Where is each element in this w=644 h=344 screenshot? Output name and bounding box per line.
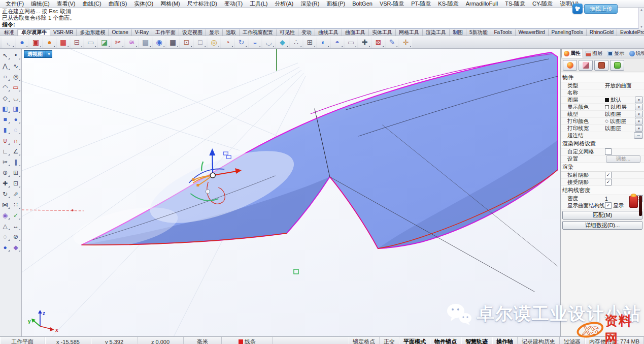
cage-edit-icon[interactable]: ◓ xyxy=(331,37,344,48)
osnap-toggle[interactable]: 物件锁点 xyxy=(430,337,461,344)
red-cage-icon[interactable]: ⊠ xyxy=(372,37,385,48)
menu-item-17[interactable]: ArmadilloFull xyxy=(462,1,502,7)
active-layer[interactable]: 线条 xyxy=(222,337,273,344)
command-area[interactable]: 正在建立网格... 按 Esc 取消 已从选取集合移除 1 个曲面。 指令: ▲… xyxy=(0,8,644,29)
menu-item-5[interactable]: 实体(O) xyxy=(130,1,157,7)
toolbox-icon[interactable]: ▣ xyxy=(29,37,42,48)
toolbar-tab-14[interactable]: 曲面工具 xyxy=(342,29,369,36)
arc-icon[interactable]: ◠ xyxy=(0,82,10,92)
viewport-canvas[interactable]: z x y xyxy=(22,49,560,336)
units[interactable]: 毫米 xyxy=(184,337,222,344)
fillet-icon[interactable]: ∟ xyxy=(0,146,10,157)
menu-item-11[interactable]: 渲染(R) xyxy=(297,1,323,7)
toolbar-tab-3[interactable]: 多边形建模 xyxy=(77,29,109,36)
menu-item-9[interactable]: 工具(L) xyxy=(246,1,271,7)
notes-icon[interactable]: ▤ xyxy=(139,37,152,48)
menu-item-13[interactable]: BoltGen xyxy=(349,1,376,7)
print-width-value[interactable]: 以图层 xyxy=(605,125,621,132)
gumball-origin[interactable] xyxy=(210,173,215,178)
toolbar-tab-8[interactable]: 显示 xyxy=(206,29,223,36)
picture-frame-icon[interactable]: ◪ xyxy=(98,37,111,48)
isocurve-density-value[interactable]: 1 xyxy=(605,196,608,202)
boolean-diff-icon[interactable]: ∩ xyxy=(11,135,21,146)
hide-icon[interactable]: ◌ xyxy=(0,231,10,242)
menu-item-3[interactable]: 曲线(C) xyxy=(79,1,105,7)
menu-item-7[interactable]: 尺寸标注(D) xyxy=(184,1,221,7)
toolbar-tab-11[interactable]: 可见性 xyxy=(277,29,298,36)
lock-icon[interactable]: ⊘ xyxy=(11,231,21,242)
stamp-icon[interactable]: ⊡ xyxy=(180,37,193,48)
gizmo-icon[interactable]: ✛ xyxy=(399,37,412,48)
check-icon[interactable]: ✓ xyxy=(11,210,21,221)
scale-icon[interactable]: ⇗ xyxy=(11,189,21,199)
cylinder-icon[interactable]: ▮ xyxy=(0,124,10,135)
hot-badge[interactable] xyxy=(629,196,642,216)
panel-tab-layers[interactable]: 图层 xyxy=(583,49,605,58)
toolbar-tab-10[interactable]: 工作视窗配置 xyxy=(240,29,277,36)
menu-item-2[interactable]: 查看(V) xyxy=(53,1,79,7)
chevron-down-icon[interactable]: ▼ xyxy=(46,50,52,58)
explode-icon[interactable]: ✂ xyxy=(112,37,124,48)
gumball-z-arrow[interactable] xyxy=(212,154,213,175)
toolbar-tab-16[interactable]: 网格工具 xyxy=(396,29,423,36)
toolbar-tab-6[interactable]: 工作平面 xyxy=(152,29,179,36)
torus-icon[interactable]: ◌ xyxy=(11,124,21,135)
smarttrack-toggle[interactable]: 智慧轨迹 xyxy=(461,337,492,344)
toolbar-tab-2[interactable]: VSR-MR xyxy=(50,29,77,36)
gumball-menu-dot[interactable] xyxy=(206,190,210,194)
toolbar-tab-12[interactable]: 变动 xyxy=(298,29,315,36)
curve-boolean-icon[interactable]: ◉ xyxy=(0,210,10,221)
toolbar-tab-23[interactable]: RhinoGold xyxy=(587,29,617,36)
circle-3pt-icon[interactable]: ◎ xyxy=(11,71,21,82)
trim-icon[interactable]: ✂ xyxy=(0,157,10,167)
gumball-toggle[interactable]: 操作轴 xyxy=(492,337,518,344)
gumball-z-arrowhead[interactable] xyxy=(209,148,215,155)
shaded-sphere-icon[interactable]: ● xyxy=(16,37,28,48)
gumball-scale-handle[interactable] xyxy=(192,178,194,181)
toolbar-tab-19[interactable]: 5新功能 xyxy=(466,29,491,36)
array-icon[interactable]: ∷ xyxy=(11,199,21,210)
linetype-dropdown[interactable]: ▼ xyxy=(635,111,643,117)
texture-mapping-icon[interactable] xyxy=(594,60,608,71)
freeform-icon[interactable]: ◡ xyxy=(11,92,21,103)
object-properties-icon[interactable] xyxy=(563,60,577,71)
viewport-title-tab[interactable]: 透视图 ▼ xyxy=(24,50,52,58)
ortho-toggle[interactable]: 正交 xyxy=(380,337,399,344)
display-color-value[interactable]: 以图层 xyxy=(611,104,627,111)
mirror-icon[interactable]: ⋈ xyxy=(0,199,10,210)
planar-toggle[interactable]: 平面模式 xyxy=(399,337,430,344)
boolean-union-icon[interactable]: ∪ xyxy=(0,135,10,146)
toolbar-tab-20[interactable]: FaTools xyxy=(491,29,516,36)
menu-item-10[interactable]: 分析(A) xyxy=(272,1,297,7)
zebra-analysis-icon[interactable]: ≋ xyxy=(125,37,138,48)
history-toggle[interactable]: 记录建构历史 xyxy=(518,337,560,344)
menu-item-0[interactable]: 文件(F) xyxy=(2,1,27,7)
render-sphere-icon[interactable]: ● xyxy=(43,37,56,48)
toolbar-tab-13[interactable]: 曲线工具 xyxy=(315,29,342,36)
panel-tab-properties[interactable]: 属性 xyxy=(561,49,583,58)
polyline-icon[interactable]: ⋀ xyxy=(0,60,10,71)
layer-value[interactable]: 默认 xyxy=(611,97,621,104)
print-color-dropdown[interactable]: ▼ xyxy=(635,118,643,124)
linetype-value[interactable]: 以图层 xyxy=(605,111,621,118)
rotate-icon[interactable]: ↻ xyxy=(0,189,10,199)
menu-item-12[interactable]: 面板(P) xyxy=(323,1,349,7)
draft-angle-icon[interactable]: ◔ xyxy=(221,37,234,48)
hyperlink-browse-button[interactable]: ... xyxy=(634,132,643,139)
group-icon[interactable]: ⊞ xyxy=(11,167,21,178)
surface-3pt-icon[interactable]: ◧ xyxy=(0,103,10,114)
surface-edge-icon[interactable]: ◨ xyxy=(11,103,21,114)
details-button[interactable]: 详细数据(D)... xyxy=(562,221,642,230)
chamfer-icon[interactable]: ∠ xyxy=(11,146,21,157)
toolbar-tab-9[interactable]: 选取 xyxy=(223,29,240,36)
menu-item-18[interactable]: TS-随意 xyxy=(501,1,529,7)
toolbar-tab-21[interactable]: WeaverBird xyxy=(516,29,549,36)
viewport-title[interactable]: 透视图 xyxy=(24,50,46,58)
mesh-sphere-icon[interactable]: ◒ xyxy=(249,37,261,48)
gumball-scale-handle[interactable] xyxy=(196,184,199,186)
toolbar-tab-18[interactable]: 制图 xyxy=(450,29,466,36)
dimension-icon[interactable]: ↔ xyxy=(11,221,21,231)
join-icon[interactable]: ⊕ xyxy=(0,167,10,178)
gem-icon[interactable]: ◆ xyxy=(276,37,289,48)
control-curve-icon[interactable]: ∿ xyxy=(11,60,21,71)
